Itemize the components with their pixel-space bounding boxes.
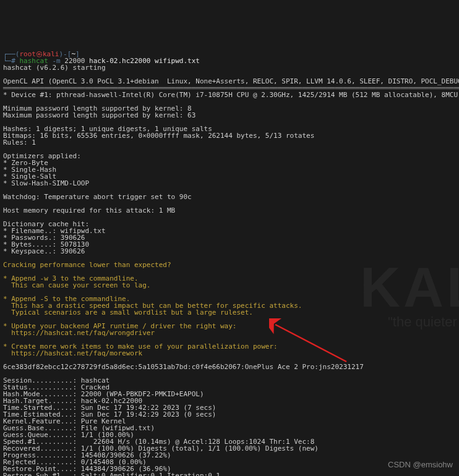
terminal-output: ┌──(root㉿kali)-[~] └─# hashcat -m 22000 … bbox=[3, 51, 456, 476]
line-keyspace: * Keyspace..: 390626 bbox=[3, 247, 85, 255]
line-watchdog: Watchdog: Temperature abort trigger set … bbox=[3, 193, 192, 201]
cracked-result: 6ce383df82ebcc12c278729fd5a8d6ec:5a10531… bbox=[3, 363, 364, 371]
line-max-pwd: Maximum password length supported by ker… bbox=[3, 111, 195, 119]
line-rules: Rules: 1 bbox=[3, 138, 36, 147]
line-hostmem: Host memory required for this attack: 1 … bbox=[3, 206, 175, 215]
line-slowhash: * Slow-Hash-SIMD-LOOP bbox=[3, 179, 89, 187]
warn-morework-url: https://hashcat.net/faq/morework bbox=[3, 349, 142, 357]
stat-restoresub: Restore.Sub.#1...: Salt:0 Amplifier:0-1 … bbox=[3, 472, 220, 476]
warn-s-desc2: Typical scenarios are a small wordlist b… bbox=[3, 308, 253, 317]
cmd-files: hack-02.hc22000 wifipwd.txt bbox=[89, 57, 200, 65]
warn-driver-url: https://hashcat.net/faq/wrongdriver bbox=[3, 329, 155, 337]
line-starting: hashcat (v6.2.6) starting bbox=[3, 64, 106, 72]
line-device: * Device #1: pthread-haswell-Intel(R) Co… bbox=[3, 91, 458, 99]
watermark: CSDN @emsiohw bbox=[388, 461, 453, 469]
warn-header: Cracking performance lower than expected… bbox=[3, 261, 171, 269]
warn-w3-desc: This can cause your screen to lag. bbox=[3, 281, 150, 289]
line-bitmaps: Bitmaps: 16 bits, 65536 entries, 0×0000f… bbox=[3, 132, 314, 140]
